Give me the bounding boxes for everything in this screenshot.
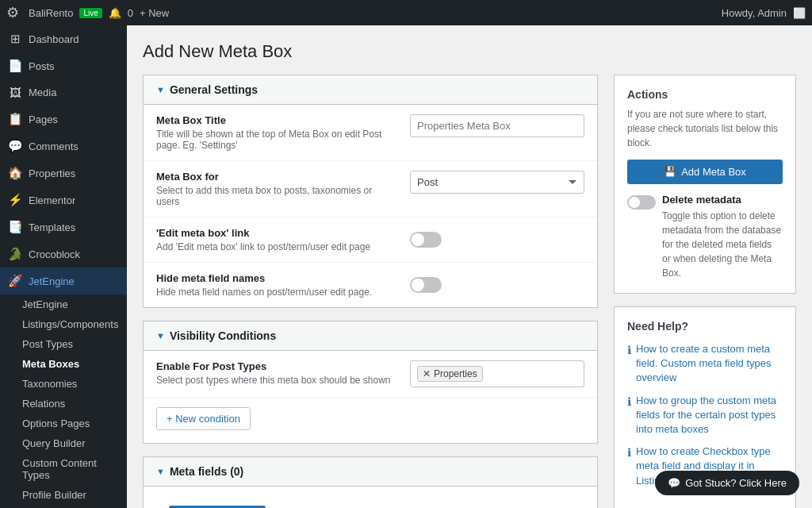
- meta-fields-body: New Meta Field: [144, 487, 597, 508]
- site-name[interactable]: BaliRento: [29, 7, 73, 19]
- actions-desc: If you are not sure where to start, plea…: [627, 107, 783, 150]
- visibility-conditions-panel: ▼ Visibility Conditions Enable For Post …: [143, 321, 598, 444]
- stuck-icon: 💬: [668, 477, 680, 489]
- sidebar-item-label: Comments: [29, 140, 79, 152]
- sidebar-item-templates[interactable]: 📑 Templates: [0, 214, 127, 241]
- crocoblock-icon: 🐊: [8, 247, 22, 261]
- wp-logo-icon[interactable]: ⚙: [6, 4, 19, 21]
- stuck-label: Got Stuck? Click Here: [685, 477, 787, 489]
- dashboard-icon: ⊞: [8, 32, 22, 46]
- hide-meta-field-names-desc: Hide meta field names on post/term/user …: [156, 287, 397, 298]
- sidebar-subitem-custom-content[interactable]: Custom Content Types: [0, 453, 127, 485]
- sidebar-subitem-profile-builder[interactable]: Profile Builder: [0, 485, 127, 505]
- visibility-collapse-arrow-icon: ▼: [156, 331, 165, 341]
- meta-box-for-select[interactable]: Post Page Taxonomy User: [410, 171, 584, 194]
- meta-box-title-label-col: Meta Box Title Title will be shown at th…: [156, 114, 410, 151]
- pages-icon: 📋: [8, 112, 22, 126]
- subitem-label: Profile Builder: [22, 489, 86, 501]
- tag-chip-remove-icon[interactable]: ✕: [423, 368, 431, 379]
- post-types-tag-input[interactable]: ✕ Properties: [410, 360, 584, 387]
- sidebar-subitem-forms[interactable]: Forms: [0, 505, 127, 508]
- actions-title: Actions: [627, 88, 783, 101]
- meta-fields-header[interactable]: ▼ Meta fields (0): [144, 457, 597, 487]
- add-meta-box-button[interactable]: 💾 Add Meta Box: [627, 160, 783, 184]
- live-badge: Live: [79, 8, 102, 18]
- hide-meta-field-names-control: [410, 272, 584, 293]
- delete-metadata-title: Delete metadata: [662, 194, 783, 206]
- enable-for-post-types-label-col: Enable For Post Types Select post types …: [156, 360, 410, 386]
- delete-metadata-row: Delete metadata Toggle this option to de…: [627, 194, 783, 280]
- sidebar-subitem-listings[interactable]: Listings/Components: [0, 314, 127, 334]
- sidebar-item-jetengine[interactable]: 🚀 JetEngine: [0, 267, 127, 294]
- got-stuck-button[interactable]: 💬 Got Stuck? Click Here: [655, 471, 799, 495]
- help-icon-0: ℹ: [627, 343, 631, 359]
- sidebar-item-label: JetEngine: [29, 275, 75, 287]
- hide-meta-field-names-label-col: Hide meta field names Hide meta field na…: [156, 272, 410, 298]
- delete-metadata-toggle[interactable]: [627, 195, 656, 210]
- sidebar-subitem-taxonomies[interactable]: Taxonomies: [0, 374, 127, 394]
- form-row-enable-for-post-types: Enable For Post Types Select post types …: [144, 351, 597, 398]
- sidebar-item-media[interactable]: 🖼 Media: [0, 79, 127, 106]
- sidebar-item-dashboard[interactable]: ⊞ Dashboard: [0, 25, 127, 52]
- hide-meta-field-names-toggle[interactable]: [410, 277, 442, 293]
- sidebar-subitem-relations[interactable]: Relations: [0, 394, 127, 414]
- new-condition-button[interactable]: + New condition: [156, 407, 251, 430]
- sidebar-item-pages[interactable]: 📋 Pages: [0, 106, 127, 133]
- posts-icon: 📄: [8, 59, 22, 73]
- edit-meta-box-link-toggle[interactable]: [410, 232, 442, 248]
- sidebar-item-posts[interactable]: 📄 Posts: [0, 52, 127, 79]
- page-title: Add New Meta Box: [143, 41, 796, 62]
- templates-icon: 📑: [8, 220, 22, 234]
- meta-box-title-label: Meta Box Title: [156, 114, 397, 126]
- comments-icon: 💬: [8, 139, 22, 153]
- help-link-1[interactable]: ℹ How to group the custom meta fields fo…: [627, 394, 783, 437]
- subitem-label: Taxonomies: [22, 378, 77, 390]
- sidebar-subitem-meta-boxes[interactable]: Meta Boxes: [0, 354, 127, 374]
- sidebar-item-elementor[interactable]: ⚡ Elementor: [0, 187, 127, 214]
- new-item-link[interactable]: + New: [140, 7, 169, 19]
- meta-box-title-input[interactable]: [410, 114, 584, 137]
- sidebar-item-label: Posts: [29, 60, 55, 72]
- edit-meta-box-link-control: [410, 227, 584, 248]
- help-link-text-0: How to create a custom meta field. Custo…: [636, 342, 783, 386]
- collapse-arrow-icon: ▼: [156, 85, 165, 94]
- edit-meta-box-link-label: 'Edit meta box' link: [156, 227, 397, 239]
- actions-panel: Actions If you are not sure where to sta…: [614, 75, 796, 294]
- screen-options-icon[interactable]: ⬜: [793, 7, 806, 19]
- sidebar-item-label: Properties: [29, 167, 75, 179]
- main-column: ▼ General Settings Meta Box Title Title …: [143, 75, 598, 508]
- form-row-edit-meta-box-link: 'Edit meta box' link Add 'Edit meta box'…: [144, 217, 597, 263]
- tag-chip-label: Properties: [434, 368, 477, 379]
- notif-count: 0: [128, 7, 133, 19]
- sidebar-item-properties[interactable]: 🏠 Properties: [0, 160, 127, 187]
- properties-icon: 🏠: [8, 166, 22, 180]
- sidebar-subitem-post-types[interactable]: Post Types: [0, 334, 127, 354]
- meta-fields-panel: ▼ Meta fields (0) New Meta Field: [143, 456, 598, 508]
- elementor-icon: ⚡: [8, 193, 22, 207]
- add-meta-box-label: Add Meta Box: [681, 166, 746, 178]
- meta-box-title-desc: Title will be shown at the top of Meta B…: [156, 129, 397, 151]
- form-row-hide-meta-field-names: Hide meta field names Hide meta field na…: [144, 263, 597, 307]
- subitem-label: Query Builder: [22, 437, 85, 449]
- howdy-text: Howdy, Admin: [722, 7, 787, 19]
- help-link-0[interactable]: ℹ How to create a custom meta field. Cus…: [627, 342, 783, 386]
- subitem-label: Relations: [22, 398, 65, 410]
- enable-for-post-types-control: ✕ Properties: [410, 360, 584, 387]
- subitem-label: Listings/Components: [22, 318, 118, 330]
- general-settings-header[interactable]: ▼ General Settings: [144, 75, 597, 105]
- sidebar-subitem-options-pages[interactable]: Options Pages: [0, 414, 127, 433]
- sidebar-subitem-jetengine[interactable]: JetEngine: [0, 294, 127, 314]
- general-settings-panel: ▼ General Settings Meta Box Title Title …: [143, 75, 598, 308]
- subitem-label: Meta Boxes: [22, 358, 79, 370]
- sidebar-item-comments[interactable]: 💬 Comments: [0, 133, 127, 160]
- sidebar-item-crocoblock[interactable]: 🐊 Crocoblock: [0, 241, 127, 267]
- visibility-conditions-title: Visibility Conditions: [170, 329, 276, 342]
- meta-box-for-control: Post Page Taxonomy User: [410, 171, 584, 194]
- notifications-icon[interactable]: 🔔: [109, 7, 121, 19]
- edit-meta-box-link-desc: Add 'Edit meta box' link to post/term/us…: [156, 241, 397, 252]
- visibility-conditions-header[interactable]: ▼ Visibility Conditions: [144, 321, 597, 351]
- form-row-meta-box-for: Meta Box for Select to add this meta box…: [144, 161, 597, 217]
- sidebar-subitem-query-builder[interactable]: Query Builder: [0, 433, 127, 453]
- media-icon: 🖼: [8, 86, 22, 99]
- need-help-title: Need Help?: [627, 320, 783, 333]
